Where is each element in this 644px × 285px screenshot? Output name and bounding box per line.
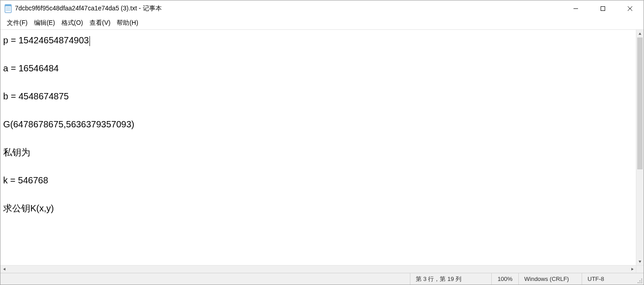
text-caret <box>89 36 90 46</box>
text-editor[interactable]: p = 15424654874903 a = 16546484 b = 4548… <box>0 30 636 265</box>
scroll-track[interactable] <box>636 37 644 257</box>
statusbar: 第 3 行，第 19 列 100% Windows (CRLF) UTF-8 <box>0 273 644 285</box>
maximize-button[interactable] <box>589 0 616 17</box>
svg-marker-12 <box>631 268 634 271</box>
scroll-right-icon[interactable] <box>628 266 636 273</box>
svg-point-14 <box>641 280 642 281</box>
svg-rect-6 <box>601 7 605 11</box>
vertical-scrollbar[interactable] <box>636 30 644 265</box>
status-cursor-pos: 第 3 行，第 19 列 <box>410 273 491 285</box>
scroll-left-icon[interactable] <box>0 266 8 273</box>
close-button[interactable] <box>616 0 644 17</box>
scroll-thumb[interactable] <box>637 37 643 169</box>
text-line: k = 546768 <box>3 175 48 185</box>
menubar: 文件(F) 编辑(E) 格式(O) 查看(V) 帮助(H) <box>0 17 644 29</box>
menu-help[interactable]: 帮助(H) <box>114 18 141 28</box>
menu-view[interactable]: 查看(V) <box>87 18 113 28</box>
svg-rect-1 <box>5 5 11 6</box>
text-line: 求公钥K(x,y) <box>3 203 54 213</box>
menu-edit[interactable]: 编辑(E) <box>31 18 58 28</box>
svg-point-13 <box>641 282 642 283</box>
titlebar[interactable]: 7dcbc9f6f95c48dfaa24f47ca1e74da5 (3).txt… <box>0 0 644 17</box>
window-title: 7dcbc9f6f95c48dfaa24f47ca1e74da5 (3).txt… <box>15 5 162 13</box>
minimize-button[interactable] <box>562 0 589 17</box>
notepad-window: 7dcbc9f6f95c48dfaa24f47ca1e74da5 (3).txt… <box>0 0 644 285</box>
svg-marker-10 <box>639 261 641 263</box>
scroll-corner <box>636 266 644 273</box>
svg-marker-9 <box>639 33 641 35</box>
minimize-icon <box>573 6 578 11</box>
horizontal-scrollbar[interactable] <box>0 265 644 273</box>
status-encoding: UTF-8 <box>582 273 636 285</box>
editor-scroll: p = 15424654874903 a = 16546484 b = 4548… <box>0 29 644 265</box>
svg-point-17 <box>639 280 640 281</box>
svg-marker-11 <box>3 268 5 271</box>
hscroll-track[interactable] <box>8 266 628 273</box>
hscroll-thumb[interactable] <box>8 266 628 272</box>
status-zoom: 100% <box>491 273 518 285</box>
maximize-icon <box>600 6 606 11</box>
svg-point-18 <box>638 282 639 283</box>
status-eol: Windows (CRLF) <box>518 273 582 285</box>
close-icon <box>627 6 633 11</box>
text-line: p = 15424654874903 <box>3 35 89 45</box>
scroll-down-icon[interactable] <box>636 257 644 265</box>
status-spacer <box>0 273 410 285</box>
menu-format[interactable]: 格式(O) <box>59 18 86 28</box>
text-line: a = 16546484 <box>3 63 59 73</box>
notepad-icon <box>4 4 12 14</box>
svg-point-15 <box>639 282 640 283</box>
text-line: G(6478678675,5636379357093) <box>3 119 134 129</box>
svg-point-16 <box>641 279 642 280</box>
text-line: 私钥为 <box>3 147 30 157</box>
text-line: b = 4548674875 <box>3 91 69 101</box>
content-wrap: p = 15424654874903 a = 16546484 b = 4548… <box>0 29 644 273</box>
scroll-up-icon[interactable] <box>636 30 644 37</box>
resize-grip[interactable] <box>636 273 644 285</box>
resize-grip-icon <box>637 278 643 284</box>
menu-file[interactable]: 文件(F) <box>4 18 30 28</box>
